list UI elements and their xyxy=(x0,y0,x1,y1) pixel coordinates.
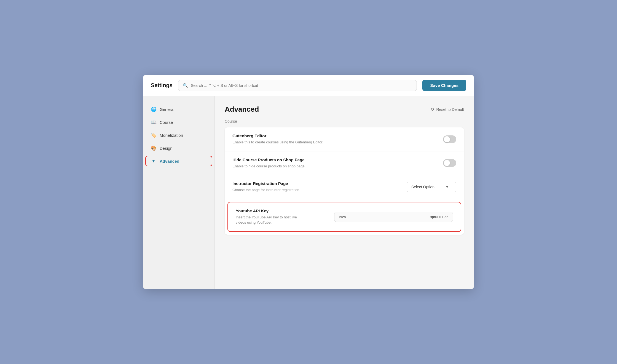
toggle-track-hide-course[interactable] xyxy=(443,159,456,167)
header: Settings 🔍 Save Changes xyxy=(143,75,474,96)
sidebar-item-general[interactable]: 🌐 General xyxy=(143,103,214,116)
body: 🌐 General 📖 Course 🏷️ Monetization 🎨 Des… xyxy=(143,96,474,289)
toggle-thumb-hide-course xyxy=(444,160,450,166)
setting-name-gutenberg: Gutenberg Editor xyxy=(232,133,443,138)
setting-row-gutenberg: Gutenberg Editor Enable this to create c… xyxy=(225,127,464,151)
sidebar-item-course[interactable]: 📖 Course xyxy=(143,116,214,129)
setting-info-gutenberg: Gutenberg Editor Enable this to create c… xyxy=(232,133,443,145)
api-key-display[interactable]: Alza ──────────────────────── 9prNuHFqc xyxy=(334,212,453,222)
reset-icon: ↺ xyxy=(431,107,434,112)
setting-info-hide-course: Hide Course Products on Shop Page Enable… xyxy=(232,157,443,169)
sidebar-item-label-course: Course xyxy=(160,120,173,125)
chevron-down-icon: ▼ xyxy=(446,185,449,189)
filter-icon: ▼ xyxy=(151,158,156,164)
reset-to-default-button[interactable]: ↺ Reset to Default xyxy=(431,107,464,112)
header-title: Settings xyxy=(151,82,173,89)
toggle-gutenberg[interactable] xyxy=(443,135,456,143)
setting-info-youtube: Youtube API Key Insert the YouTube API k… xyxy=(236,208,334,225)
setting-desc-gutenberg: Enable this to create courses using the … xyxy=(232,140,365,145)
setting-desc-instructor: Choose the page for instructor registrat… xyxy=(232,187,365,193)
settings-window: Settings 🔍 Save Changes 🌐 General 📖 Cour… xyxy=(143,75,474,289)
tag-icon: 🏷️ xyxy=(151,132,156,138)
book-icon: 📖 xyxy=(151,119,156,125)
sidebar-item-monetization[interactable]: 🏷️ Monetization xyxy=(143,129,214,142)
sidebar-item-label-design: Design xyxy=(160,146,173,151)
sidebar-item-design[interactable]: 🎨 Design xyxy=(143,142,214,155)
main-header: Advanced ↺ Reset to Default xyxy=(225,105,464,114)
setting-row-youtube-highlight-wrapper: Youtube API Key Insert the YouTube API k… xyxy=(227,202,461,232)
settings-card: Gutenberg Editor Enable this to create c… xyxy=(225,127,464,235)
api-key-start: Alza xyxy=(339,215,346,219)
section-label: Course xyxy=(225,119,464,124)
toggle-track-gutenberg[interactable] xyxy=(443,135,456,143)
sidebar-item-advanced[interactable]: ▼ Advanced xyxy=(143,155,214,167)
page-title: Advanced xyxy=(225,105,259,114)
reset-label: Reset to Default xyxy=(436,107,464,112)
setting-desc-hide-course: Enable to hide course products on shop p… xyxy=(232,164,365,169)
sidebar-item-label-monetization: Monetization xyxy=(160,133,183,138)
api-key-middle: ──────────────────────── xyxy=(347,215,428,219)
palette-icon: 🎨 xyxy=(151,145,156,151)
sidebar-item-label-general: General xyxy=(160,107,174,112)
globe-icon: 🌐 xyxy=(151,106,156,112)
setting-name-hide-course: Hide Course Products on Shop Page xyxy=(232,157,443,162)
setting-name-youtube: Youtube API Key xyxy=(236,208,334,213)
search-icon: 🔍 xyxy=(183,83,188,88)
select-value: Select Option xyxy=(411,185,434,189)
toggle-thumb-gutenberg xyxy=(444,136,450,142)
setting-row-instructor: Instructor Registration Page Choose the … xyxy=(225,175,464,199)
toggle-hide-course[interactable] xyxy=(443,159,456,167)
sidebar: 🌐 General 📖 Course 🏷️ Monetization 🎨 Des… xyxy=(143,96,215,289)
search-input[interactable] xyxy=(191,83,412,88)
main-content: Advanced ↺ Reset to Default Course Guten… xyxy=(215,96,474,289)
setting-desc-youtube: Insert the YouTube API key to host livev… xyxy=(236,215,334,225)
setting-row-hide-course: Hide Course Products on Shop Page Enable… xyxy=(225,151,464,175)
setting-name-instructor: Instructor Registration Page xyxy=(232,181,407,186)
setting-info-instructor: Instructor Registration Page Choose the … xyxy=(232,181,407,193)
select-instructor-page[interactable]: Select Option ▼ xyxy=(407,182,456,192)
save-changes-button[interactable]: Save Changes xyxy=(422,80,466,91)
sidebar-item-label-advanced: Advanced xyxy=(160,159,179,164)
search-bar: 🔍 xyxy=(178,80,417,91)
setting-row-youtube: Youtube API Key Insert the YouTube API k… xyxy=(228,202,461,231)
api-key-end: 9prNuHFqc xyxy=(430,215,448,219)
